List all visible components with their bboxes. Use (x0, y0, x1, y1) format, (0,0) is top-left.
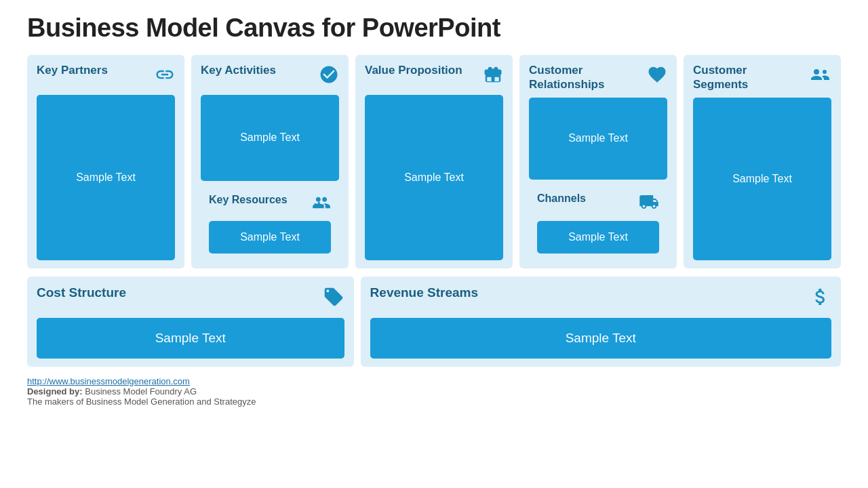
truck-icon (639, 192, 659, 216)
group-icon (808, 64, 831, 89)
channels-sample: Sample Text (537, 221, 659, 253)
key-partners-header: Key Partners (37, 63, 175, 89)
revenue-streams-header: Revenue Streams (370, 285, 831, 312)
svg-point-4 (823, 70, 827, 74)
key-resources-subcell: Key Resources Sample Text (201, 186, 339, 260)
svg-rect-0 (315, 203, 316, 207)
key-activities-sample: Sample Text (201, 95, 339, 181)
customer-relationships-header: Customer Relationships (529, 63, 667, 92)
value-proposition-title: Value Proposition (365, 63, 462, 77)
revenue-streams-title: Revenue Streams (370, 285, 478, 301)
key-activities-header: Key Activities (201, 63, 339, 89)
key-partners-sample: Sample Text (37, 95, 175, 260)
heart-icon (647, 64, 667, 89)
customer-segments-header: Customer Segments (693, 63, 831, 92)
channels-header: Channels (537, 192, 659, 216)
svg-rect-2 (322, 204, 323, 207)
footer-url[interactable]: http://www.businessmodelgeneration.com (27, 376, 190, 386)
key-resources-header: Key Resources (209, 193, 331, 216)
customer-segments-title: Customer Segments (693, 63, 804, 92)
link-icon (155, 64, 175, 89)
checkmark-icon (319, 64, 339, 89)
channels-subcell: Channels Sample Text (529, 185, 667, 260)
customer-relationships-sample: Sample Text (529, 98, 667, 180)
bottom-row: Cost Structure Sample Text Revenue Strea… (27, 277, 841, 367)
cost-structure-sample: Sample Text (37, 318, 344, 359)
key-partners-cell: Key Partners Sample Text (27, 55, 184, 268)
cost-structure-title: Cost Structure (37, 285, 126, 301)
footer: http://www.businessmodelgeneration.com D… (27, 376, 841, 407)
top-row: Key Partners Sample Text Key Activities (27, 55, 841, 268)
canvas-grid: Key Partners Sample Text Key Activities (27, 55, 841, 367)
footer-tagline: The makers of Business Model Generation … (27, 396, 841, 407)
revenue-streams-cell: Revenue Streams Sample Text (361, 277, 841, 367)
gift-icon (483, 64, 503, 89)
people-chart-icon (312, 193, 331, 216)
cost-structure-header: Cost Structure (37, 285, 344, 312)
key-partners-title: Key Partners (37, 63, 108, 77)
customer-segments-sample: Sample Text (693, 98, 831, 260)
footer-designed-by-label: Designed by: (27, 386, 85, 396)
tag-icon (323, 286, 344, 312)
key-activities-title: Key Activities (201, 63, 276, 77)
key-activities-cell: Key Activities Sample Text Key Resources (191, 55, 349, 268)
key-resources-title: Key Resources (209, 193, 288, 207)
footer-designed-by-value: Business Model Foundry AG (85, 386, 197, 396)
value-proposition-cell: Value Proposition Sample Text (355, 55, 513, 268)
value-proposition-header: Value Proposition (365, 63, 503, 89)
customer-relationships-title: Customer Relationships (529, 63, 643, 92)
svg-point-3 (814, 69, 819, 75)
cost-structure-cell: Cost Structure Sample Text (27, 277, 354, 367)
money-bag-icon (810, 286, 831, 312)
customer-relationships-cell: Customer Relationships Sample Text Chann… (519, 55, 677, 268)
value-proposition-sample: Sample Text (365, 95, 503, 260)
customer-segments-cell: Customer Segments Sample Text (684, 55, 841, 268)
channels-title: Channels (537, 192, 586, 205)
key-resources-sample: Sample Text (209, 221, 331, 253)
revenue-streams-sample: Sample Text (370, 318, 831, 359)
page-title: Business Model Canvas for PowerPoint (27, 14, 841, 43)
svg-rect-1 (318, 201, 319, 207)
